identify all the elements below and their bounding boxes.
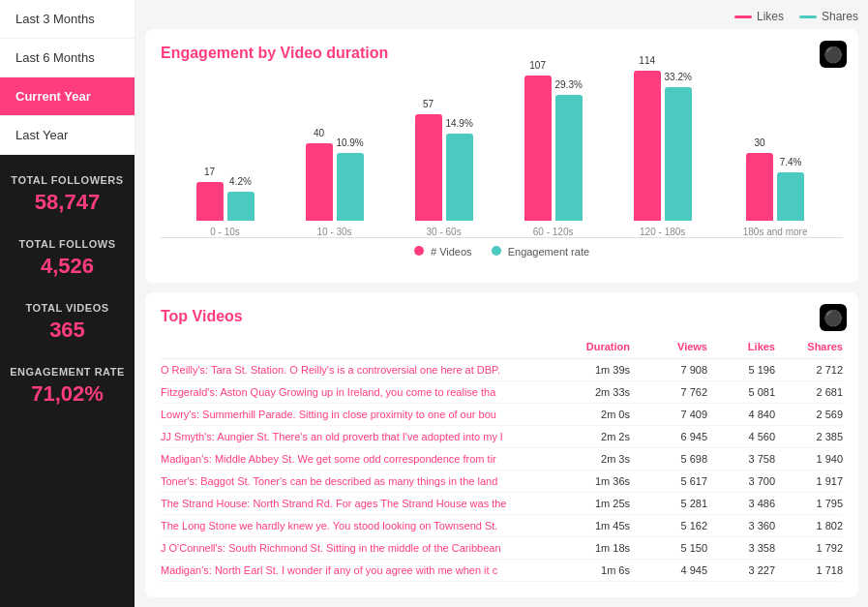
sidebar-item-1[interactable]: Last 6 Months: [0, 39, 135, 77]
stat-label-follows: TOTAL FOLLOWS: [19, 238, 116, 250]
row-duration-9: 1m 6s: [553, 564, 630, 576]
row-views-5: 5 617: [630, 475, 707, 487]
likes-legend-label: Likes: [757, 10, 784, 23]
bar-num-videos-5: 30: [755, 137, 765, 148]
engagement-rate-legend: Engagement rate: [492, 246, 589, 258]
shares-legend-label: Shares: [822, 10, 858, 23]
col-shares: Shares: [775, 341, 843, 352]
bar-group-3: 10729.3%60 - 120s: [524, 76, 583, 237]
table-header: Duration Views Likes Shares: [161, 337, 843, 359]
stat-value-engagement: 71,02%: [10, 381, 125, 407]
sidebar-item-2[interactable]: Current Year: [0, 77, 135, 116]
bar-x-label-2: 30 - 60s: [427, 227, 462, 237]
row-duration-8: 1m 18s: [553, 542, 630, 554]
row-duration-3: 2m 2s: [553, 431, 630, 442]
bar-pink-5: 30: [746, 153, 773, 221]
table-row-4[interactable]: Madigan's: Middle Abbey St. We get some …: [161, 448, 843, 470]
engagement-card: Engagement by Video duration ⚫ 174.2%0 -…: [145, 29, 858, 283]
row-shares-3: 2 385: [775, 431, 843, 442]
sidebar-menu: Last 3 MonthsLast 6 MonthsCurrent YearLa…: [0, 0, 135, 155]
bar-pink-0: 17: [196, 182, 224, 221]
bar-num-engagement-5: 7.4%: [780, 157, 802, 167]
table-body: O Reilly's: Tara St. Station. O Reilly's…: [161, 359, 843, 582]
row-duration-2: 2m 0s: [553, 409, 630, 420]
row-likes-3: 4 560: [707, 431, 775, 442]
row-likes-9: 3 227: [707, 564, 775, 576]
row-likes-4: 3 758: [707, 453, 775, 465]
col-title: [161, 341, 553, 352]
bar-num-engagement-2: 14.9%: [445, 118, 472, 129]
col-likes: Likes: [707, 341, 775, 352]
bar-pair-4: 11433.2%: [634, 71, 692, 221]
bar-pair-5: 307.4%: [746, 153, 804, 221]
table-row-9[interactable]: Madigan's: North Earl St. I wonder if an…: [161, 560, 843, 582]
row-duration-0: 1m 39s: [553, 364, 630, 376]
table-row-6[interactable]: The Strand House: North Strand Rd. For a…: [161, 493, 843, 515]
bar-teal-3: 29.3%: [555, 95, 583, 221]
bar-group-1: 4010.9%10 - 30s: [306, 143, 364, 237]
bar-pair-3: 10729.3%: [524, 76, 583, 221]
bar-num-videos-2: 57: [423, 99, 434, 109]
engagement-rate-dot: [492, 246, 501, 256]
table-row-7[interactable]: The Long Stone we hardly knew ye. You st…: [161, 515, 843, 537]
row-shares-2: 2 569: [775, 409, 843, 420]
main-content: Likes Shares Engagement by Video duratio…: [135, 0, 868, 607]
table-row-2[interactable]: Lowry's: Summerhill Parade. Sitting in c…: [161, 404, 843, 426]
chart-bottom-legend: # Videos Engagement rate: [161, 246, 843, 258]
row-duration-7: 1m 45s: [553, 520, 630, 531]
row-title-0: O Reilly's: Tara St. Station. O Reilly's…: [161, 364, 553, 376]
row-shares-1: 2 681: [775, 386, 843, 398]
stat-label-followers: TOTAL FOLLOWERS: [11, 174, 123, 186]
stat-value-followers: 58,747: [11, 190, 123, 215]
row-views-3: 6 945: [630, 431, 707, 442]
row-views-6: 5 281: [630, 498, 707, 509]
sidebar-item-3[interactable]: Last Year: [0, 116, 135, 155]
top-videos-card: Top Videos ⚫ Duration Views Likes Shares…: [145, 292, 858, 597]
bar-pink-1: 40: [306, 143, 333, 221]
row-title-9: Madigan's: North Earl St. I wonder if an…: [161, 564, 553, 576]
sidebar-stats: TOTAL FOLLOWERS 58,747TOTAL FOLLOWS 4,52…: [0, 155, 135, 607]
col-duration: Duration: [553, 341, 630, 352]
row-duration-6: 1m 25s: [553, 498, 630, 509]
videos-legend-label: # Videos: [431, 246, 472, 258]
row-likes-1: 5 081: [707, 386, 775, 398]
videos-dot: [414, 246, 424, 256]
row-likes-7: 3 360: [707, 520, 775, 531]
col-views: Views: [630, 341, 707, 352]
bars-area: 174.2%0 - 10s4010.9%10 - 30s5714.9%30 - …: [161, 74, 843, 238]
shares-legend: Shares: [799, 10, 858, 23]
table-row-3[interactable]: JJ Smyth's: Aungier St. There's an old p…: [161, 426, 843, 448]
row-likes-6: 3 486: [707, 498, 775, 509]
row-views-2: 7 409: [630, 409, 707, 420]
stat-engagement: ENGAGEMENT RATE 71,02%: [10, 366, 125, 407]
sidebar-item-0[interactable]: Last 3 Months: [0, 0, 135, 39]
bar-num-videos-4: 114: [639, 55, 655, 66]
row-shares-6: 1 795: [775, 498, 843, 509]
bar-pink-3: 107: [524, 76, 552, 221]
table-row-5[interactable]: Toner's: Baggot St. Toner's can be descr…: [161, 470, 843, 493]
bar-x-label-3: 60 - 120s: [533, 227, 574, 237]
likes-legend: Likes: [734, 10, 784, 23]
bar-group-2: 5714.9%30 - 60s: [415, 114, 473, 237]
bar-pair-2: 5714.9%: [415, 114, 473, 221]
table-row-1[interactable]: Fitzgerald's: Aston Quay Growing up in I…: [161, 381, 843, 404]
row-title-1: Fitzgerald's: Aston Quay Growing up in I…: [161, 386, 553, 398]
bar-x-label-0: 0 - 10s: [210, 227, 240, 237]
row-title-3: JJ Smyth's: Aungier St. There's an old p…: [161, 431, 553, 442]
stat-label-videos: TOTAL VIDEOS: [25, 302, 108, 314]
table-row-8[interactable]: J O'Connell's: South Richmond St. Sittin…: [161, 537, 843, 560]
engagement-card-title: Engagement by Video duration: [161, 45, 843, 62]
bar-teal-0: 4.2%: [227, 192, 254, 221]
top-videos-title: Top Videos: [161, 308, 843, 325]
bar-num-engagement-0: 4.2%: [229, 176, 252, 187]
row-views-0: 7 908: [630, 364, 707, 376]
row-title-7: The Long Stone we hardly knew ye. You st…: [161, 520, 553, 531]
sidebar: Last 3 MonthsLast 6 MonthsCurrent YearLa…: [0, 0, 135, 607]
likes-legend-dot: [734, 15, 752, 18]
tiktok-icon-videos: ⚫: [820, 304, 847, 331]
videos-legend: # Videos: [414, 246, 472, 258]
bar-teal-4: 33.2%: [665, 87, 692, 221]
row-title-4: Madigan's: Middle Abbey St. We get some …: [161, 453, 553, 465]
row-views-8: 5 150: [630, 542, 707, 554]
table-row-0[interactable]: O Reilly's: Tara St. Station. O Reilly's…: [161, 359, 843, 381]
